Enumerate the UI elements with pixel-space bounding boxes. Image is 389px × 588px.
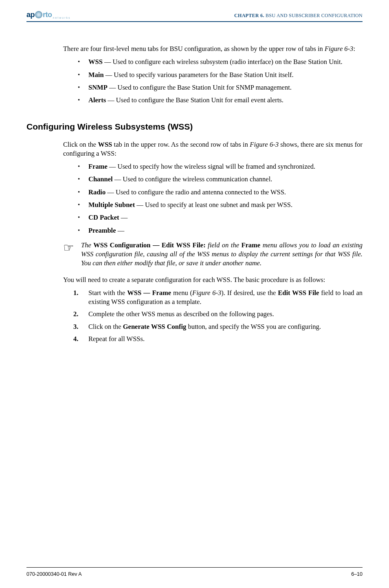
list-item: 1. Start with the WSS — Frame menu (Figu… <box>73 288 363 307</box>
bullet-text: Alerts — Used to configure the Base Stat… <box>88 96 363 105</box>
footer-page-number: 6–10 <box>351 571 363 578</box>
logo-o-icon <box>35 11 42 18</box>
step-text: Start with the WSS — Frame menu (Figure … <box>88 288 363 307</box>
desc: — <box>119 214 128 221</box>
t: The <box>81 241 93 249</box>
term: CD Packet <box>88 214 119 221</box>
bullet-text: Preamble — <box>88 226 363 235</box>
list-item: • Multiple Subnet — Used to specify at l… <box>78 200 363 209</box>
bullet-text: SNMP — Used to configure the Base Statio… <box>88 83 363 92</box>
term: Radio <box>88 188 105 196</box>
bullet-icon: • <box>78 57 88 66</box>
bullet-text: Frame — Used to specify how the wireless… <box>88 162 363 171</box>
desc: — <box>116 227 125 234</box>
list-item: • Channel — Used to configure the wirele… <box>78 175 363 184</box>
bullet-text: WSS — Used to configure each wireless su… <box>88 57 363 66</box>
chapter-title: BSU AND SUBSCRIBER CONFIGURATION <box>266 13 363 18</box>
bullet-text: Main — Used to specify various parameter… <box>88 70 363 79</box>
content: There are four first-level menu tabs for… <box>26 22 363 559</box>
t: Frame <box>241 241 260 249</box>
bullet-icon: • <box>78 226 88 235</box>
list-item: 2. Complete the other WSS menus as descr… <box>73 310 363 319</box>
term: SNMP <box>88 84 108 91</box>
intro-p1-fig: Figure 6-3 <box>325 45 353 53</box>
section-paragraph-2: You will need to create a separate confi… <box>63 275 363 284</box>
bullet-icon: • <box>78 162 88 171</box>
step-text: Repeat for all WSSs. <box>88 335 363 344</box>
t: Figure 6-3 <box>250 141 279 148</box>
t: Edit WSS File <box>278 289 319 297</box>
bullet-icon: • <box>78 70 88 79</box>
procedure-steps: 1. Start with the WSS — Frame menu (Figu… <box>73 288 363 344</box>
t: Complete the other WSS menus as describe… <box>88 310 274 318</box>
desc: — Used to configure each wireless subsys… <box>103 58 343 66</box>
term: Channel <box>88 175 113 183</box>
step-number: 4. <box>73 335 88 344</box>
bullet-icon: • <box>78 188 88 197</box>
t: Repeat for all WSSs. <box>88 335 145 343</box>
term: Alerts <box>88 96 106 104</box>
note-text: The WSS Configuration — Edit WSS File: f… <box>81 241 363 268</box>
term: Frame <box>88 163 108 170</box>
bullet-icon: • <box>78 213 88 222</box>
t: field on the <box>206 241 242 249</box>
chapter-label: CHAPTER 6. BSU AND SUBSCRIBER CONFIGURAT… <box>234 12 363 20</box>
wss-bullets: • Frame — Used to specify how the wirele… <box>78 162 363 235</box>
section-heading: Configuring Wireless Subsystems (WSS) <box>26 121 363 132</box>
list-item: • CD Packet — <box>78 213 363 222</box>
bullet-icon: • <box>78 83 88 92</box>
page-footer: 070-20000340-01 Rev A 6–10 <box>26 567 363 578</box>
list-item: • Preamble — <box>78 226 363 235</box>
desc: — Used to configure the radio and antenn… <box>105 188 286 196</box>
page: ap rto networks CHAPTER 6. BSU AND SUBSC… <box>0 0 389 588</box>
t: menu ( <box>171 289 192 297</box>
t: tab in the upper row. As the second row … <box>112 141 250 148</box>
desc: — Used to specify at least one subnet an… <box>135 201 292 209</box>
logo-subtext: networks <box>53 16 71 20</box>
desc: — Used to configure the Base Station Uni… <box>108 84 292 91</box>
step-number: 1. <box>73 288 88 307</box>
term: Multiple Subnet <box>88 201 135 209</box>
list-item: • Alerts — Used to configure the Base St… <box>78 96 363 105</box>
list-item: • Radio — Used to configure the radio an… <box>78 188 363 197</box>
t: Click on the <box>63 141 98 148</box>
bullet-text: CD Packet — <box>88 213 363 222</box>
page-header: ap rto networks CHAPTER 6. BSU AND SUBSC… <box>26 4 363 20</box>
bullet-text: Multiple Subnet — Used to specify at lea… <box>88 200 363 209</box>
desc: — Used to specify various parameters for… <box>104 71 294 79</box>
step-number: 3. <box>73 322 88 331</box>
note: ☞ The WSS Configuration — Edit WSS File:… <box>63 241 363 268</box>
intro-bullets: • WSS — Used to configure each wireless … <box>78 57 363 105</box>
footer-doc-id: 070-20000340-01 Rev A <box>26 571 82 578</box>
list-item: • Frame — Used to specify how the wirele… <box>78 162 363 171</box>
intro-p1-a: There are four first-level menu tabs for… <box>63 45 325 53</box>
t: WSS Configuration — Edit WSS File: <box>93 241 205 249</box>
intro-paragraph: There are four first-level menu tabs for… <box>63 44 363 53</box>
term: Preamble <box>88 227 116 234</box>
t: ). If desired, use the <box>221 289 278 297</box>
bullet-text: Radio — Used to configure the radio and … <box>88 188 363 197</box>
bullet-icon: • <box>78 200 88 209</box>
t: Start with the <box>88 289 127 297</box>
desc: — Used to specify how the wireless signa… <box>108 163 315 170</box>
logo-text-a: ap <box>26 10 35 20</box>
list-item: • Main — Used to specify various paramet… <box>78 70 363 79</box>
bullet-text: Channel — Used to configure the wireless… <box>88 175 363 184</box>
list-item: • SNMP — Used to configure the Base Stat… <box>78 83 363 92</box>
t: Figure 6-3 <box>192 289 221 297</box>
list-item: 4. Repeat for all WSSs. <box>73 335 363 344</box>
t: Click on the <box>88 323 123 330</box>
term: WSS <box>88 58 103 66</box>
list-item: 3. Click on the Generate WSS Config butt… <box>73 322 363 331</box>
pointing-hand-icon: ☞ <box>63 241 81 254</box>
section-paragraph-1: Click on the WSS tab in the upper row. A… <box>63 140 363 159</box>
desc: — Used to configure the wireless communi… <box>113 175 273 183</box>
step-text: Click on the Generate WSS Config button,… <box>88 322 363 331</box>
term: Main <box>88 71 104 79</box>
intro-p1-b: : <box>353 45 355 53</box>
t: WSS — Frame <box>127 289 171 297</box>
bullet-icon: • <box>78 96 88 105</box>
t: button, and specify the WSS you are conf… <box>186 323 321 330</box>
logo: ap rto networks <box>26 10 71 20</box>
chapter-prefix: CHAPTER 6. <box>234 13 266 18</box>
